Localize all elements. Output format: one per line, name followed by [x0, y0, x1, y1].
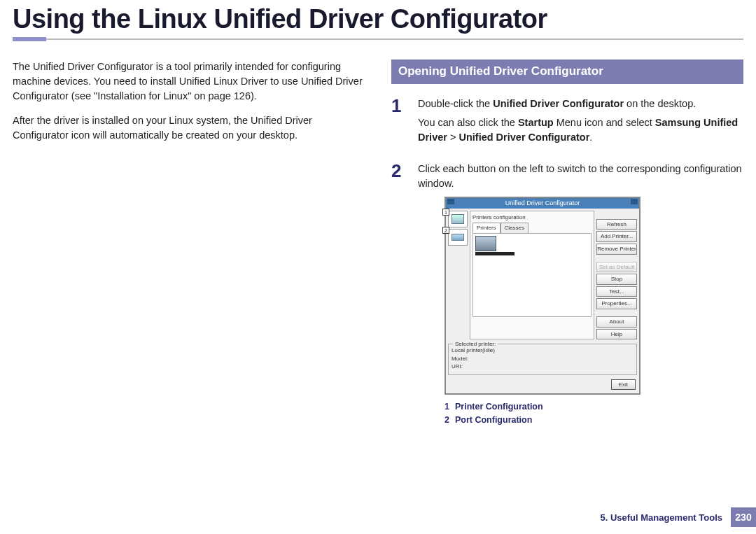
right-column: Opening Unified Driver Configurator 1 Do…	[391, 59, 743, 439]
selected-line3: URI:	[451, 363, 634, 371]
step-1: 1 Double-click the Unified Driver Config…	[391, 97, 743, 149]
app-left-toolbar: 1 2	[448, 211, 468, 339]
close-icon	[631, 199, 638, 204]
chapter-label: 5. Useful Management Tools	[600, 512, 722, 523]
scanner-icon	[451, 234, 464, 241]
printer-icon	[451, 214, 464, 224]
set-default-button[interactable]: Set as Default	[596, 262, 637, 273]
exit-button[interactable]: Exit	[611, 379, 636, 391]
step1-bold: Unified Driver Configurator	[493, 98, 624, 109]
printer-device-icon	[475, 236, 496, 251]
refresh-button[interactable]: Refresh	[596, 219, 637, 230]
remove-printer-button[interactable]: Remove Printer	[596, 244, 637, 255]
app-window: Unified Driver Configurator 1 2	[444, 197, 640, 395]
callout-legend: 1Printer Configuration 2Port Configurati…	[444, 400, 743, 426]
step1b-pre: You can also click the	[418, 117, 518, 128]
step1b-mid: Menu icon and select	[554, 117, 655, 128]
step1-text: Double-click the	[418, 98, 493, 109]
legend-label: Printer Configuration	[455, 400, 543, 413]
properties-button[interactable]: Properties...	[596, 298, 637, 309]
stop-button[interactable]: Stop	[596, 274, 637, 285]
legend-label: Port Configuration	[455, 414, 532, 426]
intro-paragraph-1: The Unified Driver Configurator is a too…	[13, 59, 365, 104]
app-main-panel: Printers configuration Printers Classes	[470, 211, 594, 339]
window-menu-icon	[447, 199, 454, 204]
legend-num: 2	[444, 414, 449, 426]
step2-text: Click each button on the left to switch …	[418, 162, 743, 191]
left-column: The Unified Driver Configurator is a too…	[13, 59, 365, 439]
selected-legend: Selected printer:	[453, 340, 498, 349]
title-underline	[13, 38, 743, 43]
selected-line2: Model:	[451, 355, 634, 363]
selected-printer-group: Selected printer: Local printer(idle) Mo…	[448, 344, 637, 375]
step-2: 2 Click each button on the left to switc…	[391, 162, 743, 426]
step1b-b3: Unified Driver Configurator	[458, 132, 589, 143]
printer-list[interactable]	[472, 233, 592, 317]
step1b-post: .	[589, 132, 592, 143]
add-printer-button[interactable]: Add Printer...	[596, 231, 637, 242]
legend-num: 1	[444, 400, 449, 413]
step-number: 1	[391, 97, 407, 149]
page-number: 230	[731, 507, 756, 527]
help-button[interactable]: Help	[596, 329, 637, 340]
about-button[interactable]: About	[596, 316, 637, 328]
port-config-button[interactable]: 2	[448, 229, 468, 246]
tab-classes[interactable]: Classes	[500, 223, 528, 234]
step1-text-post: on the desktop.	[624, 98, 696, 109]
section-heading: Opening Unified Driver Configurator	[391, 59, 743, 84]
selected-printer-row	[475, 252, 514, 255]
callout-2: 2	[442, 227, 449, 234]
test-button[interactable]: Test...	[596, 286, 637, 297]
step1b-b1: Startup	[518, 117, 554, 128]
panel-label: Printers configuration	[472, 213, 592, 222]
page-title: Using the Linux Unified Driver Configura…	[0, 0, 756, 34]
page-footer: 5. Useful Management Tools 230	[600, 507, 756, 527]
printer-config-button[interactable]: 1	[448, 211, 468, 227]
app-titlebar: Unified Driver Configurator	[446, 198, 639, 209]
step1b-gt: >	[447, 132, 459, 143]
app-screenshot: Unified Driver Configurator 1 2	[444, 197, 743, 395]
app-title: Unified Driver Configurator	[505, 199, 580, 206]
action-button-column: Refresh Add Printer... Remove Printer Se…	[596, 211, 637, 339]
step-number: 2	[391, 162, 407, 426]
tab-printers[interactable]: Printers	[472, 223, 500, 234]
callout-1: 1	[442, 209, 449, 216]
intro-paragraph-2: After the driver is installed on your Li…	[13, 113, 365, 143]
